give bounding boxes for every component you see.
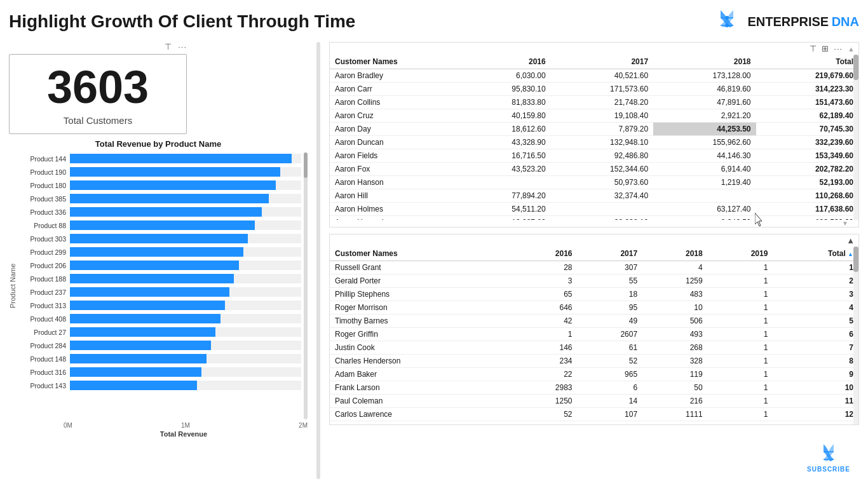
x-axis-label: Total Revenue [9, 430, 308, 438]
bar-row: Product 237 [19, 286, 301, 298]
table-cell: 44,146.30 [653, 149, 756, 163]
bar-fill [70, 167, 280, 177]
sort-icon: ▲ [848, 251, 853, 257]
subscribe-text[interactable]: SUBSCRIBE [807, 466, 850, 473]
table-cell: 6,914.40 [653, 163, 756, 176]
bar-fill [70, 327, 215, 337]
kpi-section: ⊤ ··· 3603 Total Customers [9, 42, 187, 134]
table2-section: ▲ Customer Names2016201720182019Total ▲R… [329, 234, 859, 425]
table1-col-header: Customer Names [330, 55, 448, 69]
table-cell: 40,159.80 [448, 109, 550, 123]
table-cell: 95 [578, 301, 643, 315]
table-cell: 216 [642, 395, 708, 408]
table2-total-cell: 1 [642, 421, 708, 425]
table-cell: 328 [642, 355, 708, 368]
table2-total-cell: 1 [512, 421, 578, 425]
table-row: Frank Larson2983650110 [330, 381, 858, 395]
bar-bg [70, 327, 301, 337]
bar-row: Product 303 [19, 233, 301, 245]
table-cell: 132,948.10 [551, 136, 653, 149]
table1-expand-icon[interactable]: ⊞ [822, 44, 829, 53]
page-title: Highlight Growth Of Client Through Time [9, 11, 355, 32]
bar-label: Product 385 [19, 195, 70, 203]
bar-bg [70, 274, 301, 283]
scrollbar1-thumb[interactable] [853, 55, 858, 80]
bar-fill [70, 314, 220, 323]
bar-bg [70, 287, 301, 297]
table-cell: 43,523.20 [448, 163, 550, 176]
bar-fill [70, 261, 239, 270]
scrollbar2-track [853, 247, 858, 424]
table-cell: 107 [578, 408, 643, 421]
table-cell: Gerald Porter [330, 274, 512, 288]
scrollbar2-thumb[interactable] [853, 247, 858, 272]
bar-bg [70, 354, 301, 363]
table-cell: 1 [708, 341, 773, 355]
table-cell: Aaron Hill [330, 189, 448, 203]
table2-scroll-up[interactable]: ▲ [846, 236, 855, 245]
x-tick: 1M [181, 422, 190, 429]
table-cell: 202,782.20 [756, 163, 858, 176]
bar-fill [70, 287, 229, 297]
bar-fill [70, 220, 255, 230]
table1-col-header: 2018 [653, 55, 756, 69]
left-panel: ⊤ ··· 3603 Total Customers Total Revenue… [9, 42, 308, 479]
table-cell: 4 [642, 261, 708, 274]
table-cell: 44,253.50 [653, 123, 756, 136]
table-row: Aaron Holmes54,511.2063,127.40117,638.60 [330, 203, 858, 216]
table-cell: Aaron Carr [330, 83, 448, 96]
table-cell: 12 [773, 408, 858, 421]
subscribe-dna-icon [817, 442, 840, 464]
table-cell: 10 [773, 381, 858, 395]
table-cell: 7,879.20 [551, 123, 653, 136]
y-axis-label: Product Name [9, 152, 17, 419]
table-row: Aaron Bradley6,030.0040,521.60173,128.00… [330, 69, 858, 83]
table-cell: 1 [708, 274, 773, 288]
bar-label: Product 190 [19, 168, 70, 176]
x-tick: 2M [299, 422, 308, 429]
table-cell: 3 [512, 274, 578, 288]
table-cell: 268 [642, 341, 708, 355]
table-cell: 1 [708, 368, 773, 381]
table-cell: 10 [642, 301, 708, 315]
table-row: Charles Henderson2345232818 [330, 355, 858, 368]
table-cell: 1 [773, 261, 858, 274]
table-cell: 1 [708, 315, 773, 328]
table-cell: 7 [773, 341, 858, 355]
bar-row: Product 284 [19, 339, 301, 351]
bar-fill [70, 341, 211, 350]
filter-icon[interactable]: ⊤ [165, 42, 172, 51]
table-cell: Aaron Fields [330, 149, 448, 163]
table-row: Aaron Duncan43,328.90132,948.10155,962.6… [330, 136, 858, 149]
table-cell: 152,344.60 [551, 163, 653, 176]
table2-total-row: Total11111 [330, 421, 858, 425]
table-cell: 95,830.10 [448, 83, 550, 96]
table-cell: 314,223.30 [756, 83, 858, 96]
bar-row: Product 148 [19, 353, 301, 365]
table-cell: 117,638.60 [756, 203, 858, 216]
table1-filter-icon[interactable]: ⊤ [810, 44, 817, 53]
more-icon[interactable]: ··· [178, 42, 187, 51]
bar-bg [70, 194, 301, 203]
bar-bg [70, 154, 301, 163]
table-cell: 1 [708, 301, 773, 315]
table-row: Paul Coleman125014216111 [330, 395, 858, 408]
table-cell: 153,349.60 [756, 149, 858, 163]
bar-row: Product 206 [19, 259, 301, 271]
table-cell: 70,745.30 [756, 123, 858, 136]
bar-label: Product 237 [19, 288, 70, 296]
bar-label: Product 316 [19, 369, 70, 376]
bar-label: Product 313 [19, 302, 70, 309]
table-cell: 506 [642, 315, 708, 328]
table1-scroll-up[interactable]: ▲ [848, 45, 855, 53]
table-row: Aaron Collins81,833.8021,748.2047,891.60… [330, 96, 858, 109]
table-cell: Adam Baker [330, 368, 512, 381]
x-tick: 0M [64, 422, 72, 429]
bar-label: Product 303 [19, 235, 70, 243]
table-cell: 21,748.20 [551, 96, 653, 109]
table1-more-icon[interactable]: ··· [834, 44, 843, 53]
table-cell: 81,833.80 [448, 96, 550, 109]
table-cell [551, 203, 653, 216]
table-cell: Roger Griffin [330, 328, 512, 341]
table-row: Carlos Lawrence521071111112 [330, 408, 858, 421]
